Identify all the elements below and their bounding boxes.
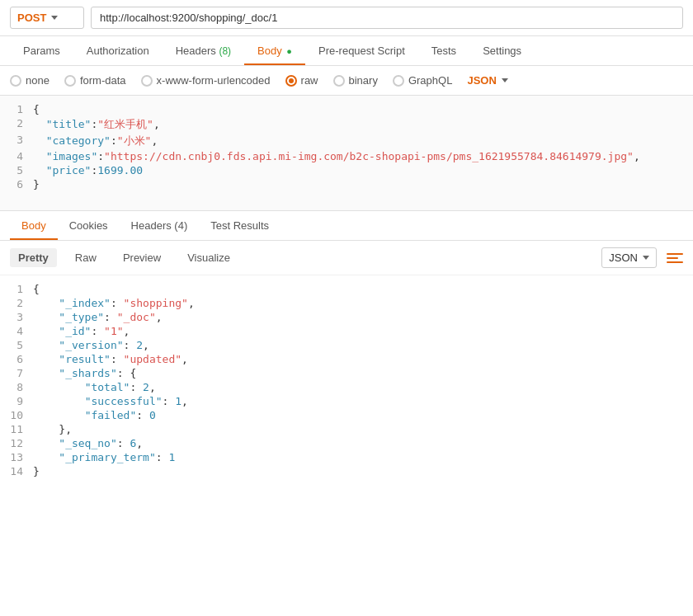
response-tabs: Body Cookies Headers (4) Test Results — [0, 211, 693, 241]
resp-line-6: 6 "result": "updated", — [0, 352, 693, 366]
tab-params[interactable]: Params — [10, 36, 73, 65]
resp-line-1: 1 { — [0, 282, 693, 296]
body-type-none[interactable]: none — [10, 74, 50, 87]
tab-authorization[interactable]: Authorization — [73, 36, 163, 65]
radio-form-data-icon — [64, 75, 76, 87]
response-toolbar: Pretty Raw Preview Visualize JSON — [0, 241, 693, 275]
body-type-graphql-label: GraphQL — [408, 74, 452, 87]
method-dropdown[interactable]: POST — [10, 7, 84, 29]
body-type-binary[interactable]: binary — [333, 74, 378, 87]
resp-line-8: 8 "total": 2, — [0, 380, 693, 394]
body-type-none-label: none — [26, 74, 50, 87]
req-line-1: 1 { — [0, 102, 693, 116]
url-input[interactable] — [91, 7, 683, 29]
resp-raw-button[interactable]: Raw — [67, 248, 105, 267]
resp-line-13: 13 "_primary_term": 1 — [0, 450, 693, 464]
resp-line-10: 10 "failed": 0 — [0, 408, 693, 422]
body-type-urlencoded-label: x-www-form-urlencoded — [157, 74, 271, 87]
radio-raw-icon — [285, 75, 297, 87]
body-format-json-dropdown[interactable]: JSON — [467, 74, 507, 87]
body-type-form-data-label: form-data — [80, 74, 126, 87]
body-type-binary-label: binary — [349, 74, 378, 87]
resp-line-12: 12 "_seq_no": 6, — [0, 436, 693, 450]
json-format-label: JSON — [467, 74, 496, 87]
req-line-5: 5 "price":1699.00 — [0, 163, 693, 177]
body-type-raw-label: raw — [301, 74, 318, 87]
body-type-graphql[interactable]: GraphQL — [393, 74, 452, 87]
tab-headers[interactable]: Headers (8) — [163, 36, 244, 65]
request-nav-tabs: Params Authorization Headers (8) Body ● … — [0, 36, 693, 66]
request-body-editor[interactable]: 1 { 2 "title":"红米手机", 3 "category":"小米",… — [0, 96, 693, 211]
response-body-viewer: 1 { 2 "_index": "shopping", 3 "_type": "… — [0, 275, 693, 485]
wrap-text-button[interactable] — [667, 250, 683, 266]
resp-tab-headers[interactable]: Headers (4) — [120, 211, 200, 240]
body-type-selector: none form-data x-www-form-urlencoded raw… — [0, 66, 693, 96]
resp-preview-button[interactable]: Preview — [115, 248, 169, 267]
method-chevron-icon — [51, 16, 58, 20]
body-type-raw[interactable]: raw — [285, 74, 318, 87]
body-type-urlencoded[interactable]: x-www-form-urlencoded — [141, 74, 271, 87]
resp-format-dropdown[interactable]: JSON — [601, 247, 657, 268]
resp-line-9: 9 "successful": 1, — [0, 394, 693, 408]
resp-tab-cookies[interactable]: Cookies — [58, 211, 120, 240]
radio-none-icon — [10, 75, 21, 87]
req-line-3: 3 "category":"小米", — [0, 133, 693, 149]
resp-line-7: 7 "_shards": { — [0, 366, 693, 380]
resp-visualize-button[interactable]: Visualize — [179, 248, 238, 267]
top-bar: POST — [0, 0, 693, 36]
radio-graphql-icon — [393, 75, 404, 87]
resp-line-4: 4 "_id": "1", — [0, 324, 693, 338]
resp-tab-body[interactable]: Body — [10, 211, 58, 240]
tab-pre-request-script[interactable]: Pre-request Script — [305, 36, 418, 65]
body-dot: ● — [286, 46, 292, 56]
method-label: POST — [17, 12, 46, 24]
req-line-6: 6 } — [0, 177, 693, 191]
body-type-form-data[interactable]: form-data — [64, 74, 126, 87]
tab-body[interactable]: Body ● — [244, 36, 305, 65]
radio-urlencoded-icon — [141, 75, 153, 87]
resp-format-label: JSON — [609, 252, 638, 264]
tab-settings[interactable]: Settings — [469, 36, 535, 65]
req-line-4: 4 "images":"https://cdn.cnbj0.fds.api.mi… — [0, 149, 693, 163]
resp-line-5: 5 "_version": 2, — [0, 338, 693, 352]
resp-tab-test-results[interactable]: Test Results — [199, 211, 280, 240]
radio-binary-icon — [333, 75, 345, 87]
resp-line-3: 3 "_type": "_doc", — [0, 310, 693, 324]
resp-line-2: 2 "_index": "shopping", — [0, 296, 693, 310]
req-line-2: 2 "title":"红米手机", — [0, 116, 693, 133]
json-format-chevron-icon — [502, 78, 508, 82]
resp-pretty-button[interactable]: Pretty — [10, 248, 57, 267]
resp-format-chevron-icon — [643, 256, 649, 260]
tab-tests[interactable]: Tests — [418, 36, 469, 65]
resp-line-11: 11 }, — [0, 422, 693, 436]
headers-badge: (8) — [219, 45, 231, 57]
response-section: Body Cookies Headers (4) Test Results Pr… — [0, 211, 693, 485]
resp-line-14: 14 } — [0, 464, 693, 478]
